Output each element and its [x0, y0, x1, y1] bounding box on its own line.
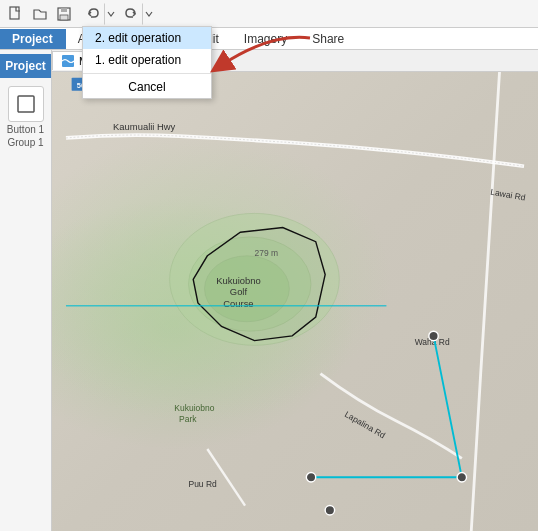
dropdown-divider	[83, 73, 211, 74]
svg-text:279 m: 279 m	[254, 248, 278, 258]
map-overlay: Kaumualii Hwy Lawai Rd Lapalina Rd Waha …	[52, 72, 538, 531]
save-file-icon[interactable]	[53, 3, 75, 25]
svg-text:Kukuiobno: Kukuiobno	[216, 275, 260, 286]
main-toolbar: 2. edit operation 1. edit operation Canc…	[0, 0, 538, 28]
dropdown-cancel[interactable]: Cancel	[83, 76, 211, 98]
svg-text:Course: Course	[223, 298, 253, 309]
svg-text:Kukuiobno: Kukuiobno	[174, 403, 214, 413]
left-panel: Project Button 1 Group 1	[0, 50, 52, 531]
redo-dropdown-button[interactable]	[142, 3, 156, 25]
map-area: Map × Kaumualii Hwy Lawai Rd	[52, 50, 538, 531]
svg-rect-0	[10, 7, 19, 19]
undo-redo-group	[82, 3, 118, 25]
tab-share[interactable]: Share	[300, 29, 357, 49]
undo-dropdown-menu: 2. edit operation 1. edit operation Canc…	[82, 26, 212, 99]
svg-rect-3	[60, 15, 68, 20]
svg-point-25	[325, 506, 334, 515]
svg-text:Kaumualii Hwy: Kaumualii Hwy	[113, 121, 176, 132]
svg-text:Lawai Rd: Lawai Rd	[490, 187, 527, 203]
tab-imagery[interactable]: Imagery	[232, 29, 300, 49]
redo-group	[120, 3, 156, 25]
open-file-icon[interactable]	[29, 3, 51, 25]
svg-text:Golf: Golf	[230, 286, 248, 297]
redo-button[interactable]	[120, 3, 142, 25]
tab-project[interactable]: Project	[0, 29, 66, 49]
panel-button-1[interactable]	[8, 86, 44, 122]
dropdown-item-2[interactable]: 2. edit operation	[83, 27, 211, 49]
panel-group-label: Group 1	[7, 137, 43, 148]
svg-text:Puu Rd: Puu Rd	[188, 479, 217, 489]
map-content[interactable]: Kaumualii Hwy Lawai Rd Lapalina Rd Waha …	[52, 72, 538, 531]
svg-rect-4	[18, 96, 34, 112]
new-file-icon[interactable]	[5, 3, 27, 25]
svg-point-23	[457, 473, 466, 482]
panel-tab-project[interactable]: Project	[0, 54, 51, 78]
panel-button-label: Button 1	[7, 124, 44, 135]
svg-point-22	[306, 473, 315, 482]
svg-point-24	[429, 331, 438, 340]
dropdown-item-1[interactable]: 1. edit operation	[83, 49, 211, 71]
main-area: Project Button 1 Group 1 Map ×	[0, 50, 538, 531]
undo-button[interactable]	[82, 3, 104, 25]
svg-rect-2	[61, 8, 67, 12]
undo-dropdown-button[interactable]	[104, 3, 118, 25]
ribbon-tabs: Project Analysis View Edit Imagery Share	[0, 28, 538, 50]
svg-text:Park: Park	[179, 414, 197, 424]
